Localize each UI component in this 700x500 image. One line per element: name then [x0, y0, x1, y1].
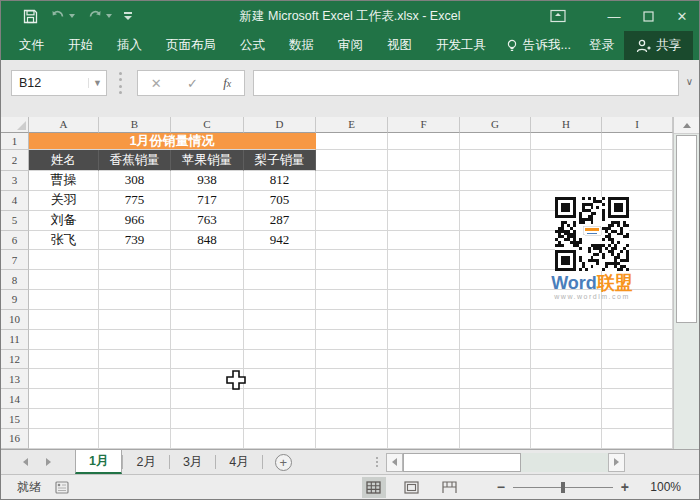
scroll-up-icon[interactable] [674, 117, 699, 134]
cell-F13[interactable] [388, 369, 460, 389]
row-header-2[interactable]: 2 [1, 150, 29, 171]
hscroll-left-icon[interactable] [386, 453, 403, 472]
sheet-nav-left-icon[interactable] [23, 458, 28, 466]
redo-icon[interactable] [81, 4, 118, 28]
cell-E16[interactable] [316, 429, 388, 449]
name-box-dropdown-icon[interactable]: ▼ [88, 78, 106, 88]
cell-H1[interactable] [531, 133, 602, 150]
sheet-tab-3[interactable]: 4月 [216, 450, 261, 474]
cancel-icon[interactable]: ✕ [151, 76, 162, 91]
cell-I12[interactable] [602, 350, 673, 370]
customize-qat-icon[interactable] [124, 12, 132, 20]
cell-E7[interactable] [316, 250, 388, 270]
cell-D11[interactable] [244, 330, 316, 350]
cell-G12[interactable] [460, 350, 531, 370]
cell-G2[interactable] [460, 150, 531, 171]
tell-me-box[interactable]: 告诉我... [498, 37, 579, 54]
column-header-C[interactable]: C [171, 117, 244, 133]
zoom-in-icon[interactable]: + [621, 479, 629, 495]
cell-A2[interactable]: 姓名 [29, 150, 99, 171]
enter-icon[interactable]: ✓ [187, 76, 198, 91]
cell-H2[interactable] [531, 150, 602, 171]
cell-I1[interactable] [602, 133, 673, 150]
row-header-4[interactable]: 4 [1, 191, 29, 211]
cell-B3[interactable]: 308 [99, 171, 171, 191]
row-header-8[interactable]: 8 [1, 270, 29, 290]
horizontal-scrollbar-track[interactable] [521, 453, 608, 472]
row-header-1[interactable]: 1 [1, 133, 29, 150]
cell-G13[interactable] [460, 369, 531, 389]
column-header-F[interactable]: F [388, 117, 460, 133]
tab-scroll-splitter[interactable] [376, 457, 378, 467]
minimize-button[interactable]: — [597, 1, 631, 31]
row-header-16[interactable]: 16 [1, 429, 29, 449]
cell-I10[interactable] [602, 310, 673, 330]
cell-F10[interactable] [388, 310, 460, 330]
cell-I11[interactable] [602, 330, 673, 350]
ribbon-tab-0[interactable]: 文件 [7, 31, 56, 60]
cell-F15[interactable] [388, 409, 460, 429]
cell-E6[interactable] [316, 231, 388, 251]
cell-D10[interactable] [244, 310, 316, 330]
row-header-11[interactable]: 11 [1, 330, 29, 350]
cell-C14[interactable] [171, 389, 244, 409]
column-header-A[interactable]: A [29, 117, 99, 133]
cell-I14[interactable] [602, 389, 673, 409]
macro-record-icon[interactable] [55, 481, 69, 494]
cell-F7[interactable] [388, 250, 460, 270]
formula-bar-splitter[interactable] [119, 72, 123, 94]
cell-D2[interactable]: 梨子销量 [244, 150, 316, 171]
cell-H14[interactable] [531, 389, 602, 409]
cell-F9[interactable] [388, 290, 460, 310]
cell-C7[interactable] [171, 250, 244, 270]
cell-D4[interactable]: 705 [244, 191, 316, 211]
cell-B14[interactable] [99, 389, 171, 409]
maximize-button[interactable] [631, 1, 665, 31]
cell-C9[interactable] [171, 290, 244, 310]
cell-F14[interactable] [388, 389, 460, 409]
cell-G4[interactable] [460, 191, 531, 211]
cell-G6[interactable] [460, 231, 531, 251]
new-sheet-icon[interactable]: + [275, 454, 292, 471]
cell-A11[interactable] [29, 330, 99, 350]
cell-B6[interactable]: 739 [99, 231, 171, 251]
cell-E14[interactable] [316, 389, 388, 409]
cell-B7[interactable] [99, 250, 171, 270]
cell-G5[interactable] [460, 211, 531, 231]
page-break-view-icon[interactable] [438, 477, 462, 498]
ribbon-tab-3[interactable]: 页面布局 [154, 31, 228, 60]
cell-G16[interactable] [460, 429, 531, 449]
row-header-3[interactable]: 3 [1, 171, 29, 191]
hscroll-right-icon[interactable] [608, 453, 625, 472]
cell-F16[interactable] [388, 429, 460, 449]
ribbon-tab-6[interactable]: 审阅 [326, 31, 375, 60]
cell-E8[interactable] [316, 270, 388, 290]
cell-I16[interactable] [602, 429, 673, 449]
cell-D6[interactable]: 942 [244, 231, 316, 251]
cell-I3[interactable] [602, 171, 673, 191]
zoom-level[interactable]: 100% [645, 480, 681, 494]
ribbon-tab-4[interactable]: 公式 [228, 31, 277, 60]
cell-F11[interactable] [388, 330, 460, 350]
ribbon-tab-8[interactable]: 开发工具 [424, 31, 498, 60]
cell-C12[interactable] [171, 350, 244, 370]
cell-F8[interactable] [388, 270, 460, 290]
column-header-D[interactable]: D [244, 117, 316, 133]
vertical-scrollbar-thumb[interactable] [676, 135, 697, 323]
cell-E13[interactable] [316, 369, 388, 389]
cell-I2[interactable] [602, 150, 673, 171]
zoom-out-icon[interactable]: − [497, 479, 505, 495]
cell-D9[interactable] [244, 290, 316, 310]
cell-D13[interactable] [244, 369, 316, 389]
row-header-15[interactable]: 15 [1, 409, 29, 429]
cell-A8[interactable] [29, 270, 99, 290]
cell-A1-merged-title[interactable]: 1月份销量情况 [29, 133, 316, 150]
save-icon[interactable] [17, 4, 44, 28]
cell-A16[interactable] [29, 429, 99, 449]
close-button[interactable]: ✕ [665, 1, 699, 31]
cell-E1[interactable] [316, 133, 388, 150]
cell-B13[interactable] [99, 369, 171, 389]
cell-C5[interactable]: 763 [171, 211, 244, 231]
ribbon-tab-5[interactable]: 数据 [277, 31, 326, 60]
formula-input[interactable] [253, 70, 679, 96]
